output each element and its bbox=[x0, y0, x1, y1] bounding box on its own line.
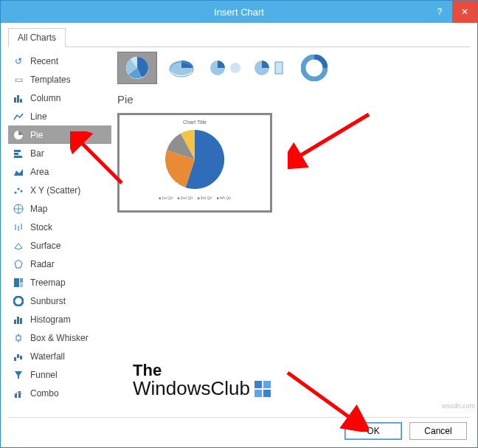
ok-button[interactable]: OK bbox=[344, 422, 402, 440]
templates-icon: ▭ bbox=[13, 74, 24, 86]
recent-icon: ↺ bbox=[13, 55, 24, 67]
surface-icon bbox=[13, 240, 24, 252]
sidebar-item-label: Line bbox=[30, 111, 47, 122]
titlebar: Insert Chart ? ✕ bbox=[1, 1, 477, 23]
subtype-doughnut[interactable] bbox=[294, 52, 334, 84]
subtype-pie[interactable] bbox=[117, 52, 157, 84]
sidebar-item-label: Radar bbox=[30, 259, 55, 269]
sidebar-item-line[interactable]: Line bbox=[8, 107, 111, 125]
sidebar-item-scatter[interactable]: X Y (Scatter) bbox=[8, 181, 111, 199]
sidebar-item-label: Bar bbox=[30, 148, 44, 159]
preview-chart-title: Chart Title bbox=[183, 120, 207, 125]
cancel-button[interactable]: Cancel bbox=[409, 422, 467, 440]
svg-rect-27 bbox=[14, 357, 16, 361]
treemap-icon bbox=[13, 277, 24, 289]
stock-icon bbox=[13, 221, 24, 233]
sidebar-item-treemap[interactable]: Treemap bbox=[8, 273, 111, 292]
sidebar-item-column[interactable]: Column bbox=[8, 89, 111, 107]
sidebar-item-waterfall[interactable]: Waterfall bbox=[8, 347, 111, 365]
legend-item: 2nd Qtr bbox=[177, 196, 193, 200]
sidebar-item-label: Combo bbox=[30, 388, 59, 399]
windowsclub-logo-icon bbox=[253, 379, 272, 399]
svg-rect-48 bbox=[263, 381, 271, 388]
help-button[interactable]: ? bbox=[427, 1, 452, 23]
sidebar-item-funnel[interactable]: Funnel bbox=[8, 365, 111, 384]
close-button[interactable]: ✕ bbox=[452, 1, 477, 23]
sidebar-item-stock[interactable]: Stock bbox=[8, 218, 111, 236]
svg-rect-1 bbox=[17, 95, 19, 103]
preview-legend: 1st Qtr 2nd Qtr 3rd Qtr 4th Qtr bbox=[159, 196, 231, 200]
svg-rect-18 bbox=[20, 278, 23, 283]
svg-marker-30 bbox=[15, 371, 22, 379]
sidebar-item-templates[interactable]: ▭ Templates bbox=[8, 70, 111, 89]
svg-marker-15 bbox=[15, 244, 22, 249]
sidebar-item-label: Map bbox=[30, 204, 47, 214]
subtype-pie-of-pie[interactable] bbox=[206, 52, 246, 84]
chart-type-heading: Pie bbox=[117, 93, 470, 106]
sidebar-item-map[interactable]: Map bbox=[8, 199, 111, 218]
sidebar-item-recent[interactable]: ↺ Recent bbox=[8, 52, 111, 70]
preview-pie-icon bbox=[162, 126, 228, 193]
source-url-text: wsxdn.com bbox=[442, 402, 475, 410]
sunburst-icon bbox=[13, 295, 24, 307]
sidebar-item-area[interactable]: Area bbox=[8, 162, 111, 181]
sidebar-item-label: Waterfall bbox=[30, 351, 65, 362]
sidebar-item-bar[interactable]: Bar bbox=[8, 144, 111, 162]
histogram-icon bbox=[13, 314, 24, 325]
titlebar-controls: ? ✕ bbox=[427, 1, 477, 23]
subtype-bar-of-pie[interactable] bbox=[250, 52, 290, 84]
svg-rect-50 bbox=[263, 390, 271, 397]
svg-rect-28 bbox=[17, 354, 19, 358]
chart-preview[interactable]: Chart Title 1st Qtr 2nd Qtr 3rd Qtr bbox=[117, 113, 272, 213]
legend-item: 1st Qtr bbox=[159, 196, 173, 200]
svg-rect-6 bbox=[14, 156, 22, 158]
pie-subtype-row bbox=[117, 52, 470, 84]
waterfall-icon bbox=[13, 351, 24, 362]
sidebar-item-radar[interactable]: Radar bbox=[8, 255, 111, 273]
sidebar-item-label: Sunburst bbox=[30, 296, 66, 306]
sidebar-item-histogram[interactable]: Histogram bbox=[8, 310, 111, 328]
boxwhisker-icon bbox=[13, 332, 24, 344]
sidebar-item-combo[interactable]: Combo bbox=[8, 384, 111, 402]
svg-rect-21 bbox=[14, 320, 16, 324]
watermark: The WindowsClub bbox=[133, 362, 272, 399]
scatter-icon bbox=[13, 185, 24, 196]
sidebar-item-label: Templates bbox=[30, 75, 71, 85]
sidebar-item-label: Box & Whisker bbox=[30, 333, 89, 343]
sidebar-item-surface[interactable]: Surface bbox=[8, 236, 111, 255]
sidebar-item-label: Surface bbox=[30, 241, 60, 251]
sidebar-item-label: Stock bbox=[30, 222, 52, 232]
svg-rect-22 bbox=[17, 317, 19, 324]
sidebar-item-pie[interactable]: Pie bbox=[8, 125, 111, 144]
funnel-icon bbox=[13, 369, 24, 381]
watermark-line1: The bbox=[133, 362, 272, 379]
sidebar-item-label: Histogram bbox=[30, 314, 71, 325]
legend-item: 3rd Qtr bbox=[197, 196, 212, 200]
tabstrip: All Charts bbox=[8, 27, 470, 47]
bar-icon bbox=[13, 148, 24, 159]
svg-marker-7 bbox=[14, 169, 23, 176]
sidebar-item-label: Column bbox=[30, 93, 60, 103]
map-icon bbox=[13, 203, 24, 215]
svg-point-20 bbox=[14, 297, 23, 306]
sidebar-item-boxwhisker[interactable]: Box & Whisker bbox=[8, 328, 111, 347]
legend-item: 4th Qtr bbox=[216, 196, 231, 200]
dialog-buttons: OK Cancel bbox=[8, 417, 470, 441]
tab-all-charts[interactable]: All Charts bbox=[8, 28, 66, 47]
svg-rect-49 bbox=[254, 390, 262, 397]
subtype-3dpie[interactable] bbox=[162, 52, 201, 84]
sidebar-item-label: Area bbox=[30, 167, 49, 177]
sidebar-item-label: Funnel bbox=[30, 370, 58, 380]
combo-icon bbox=[13, 387, 24, 399]
sidebar-item-sunburst[interactable]: Sunburst bbox=[8, 292, 111, 310]
svg-rect-23 bbox=[20, 318, 22, 324]
radar-icon bbox=[13, 258, 24, 270]
chart-type-sidebar: ↺ Recent ▭ Templates Column bbox=[8, 50, 111, 417]
column-icon bbox=[13, 92, 24, 104]
svg-rect-0 bbox=[14, 97, 16, 103]
line-icon bbox=[13, 111, 24, 123]
svg-marker-16 bbox=[15, 260, 22, 268]
sidebar-item-label: X Y (Scatter) bbox=[30, 185, 80, 196]
svg-point-10 bbox=[21, 190, 23, 192]
svg-rect-47 bbox=[254, 381, 262, 388]
